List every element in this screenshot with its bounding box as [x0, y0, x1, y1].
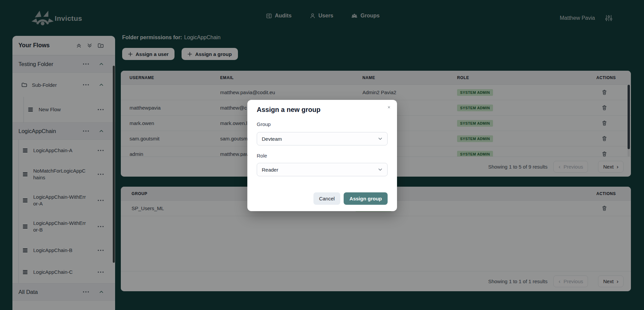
role-select[interactable]: Reader — [257, 163, 388, 176]
assign-group-submit-button[interactable]: Assign group — [344, 192, 388, 205]
modal-title: Assign a new group — [257, 106, 320, 114]
role-select-value: Reader — [262, 167, 278, 173]
assign-group-modal: Assign a new group Group Devteam Role Re… — [247, 100, 397, 211]
group-select-value: Devteam — [262, 136, 282, 142]
close-icon[interactable] — [386, 105, 392, 110]
chevron-down-icon — [378, 136, 383, 141]
group-field-label: Group — [257, 121, 271, 127]
group-select[interactable]: Devteam — [257, 132, 388, 145]
chevron-down-icon — [378, 167, 383, 172]
modal-actions: Cancel Assign group — [313, 192, 388, 205]
role-field-label: Role — [257, 153, 267, 159]
cancel-button[interactable]: Cancel — [313, 192, 341, 205]
app-window: Invictus Audits Users Groups — [0, 0, 644, 310]
